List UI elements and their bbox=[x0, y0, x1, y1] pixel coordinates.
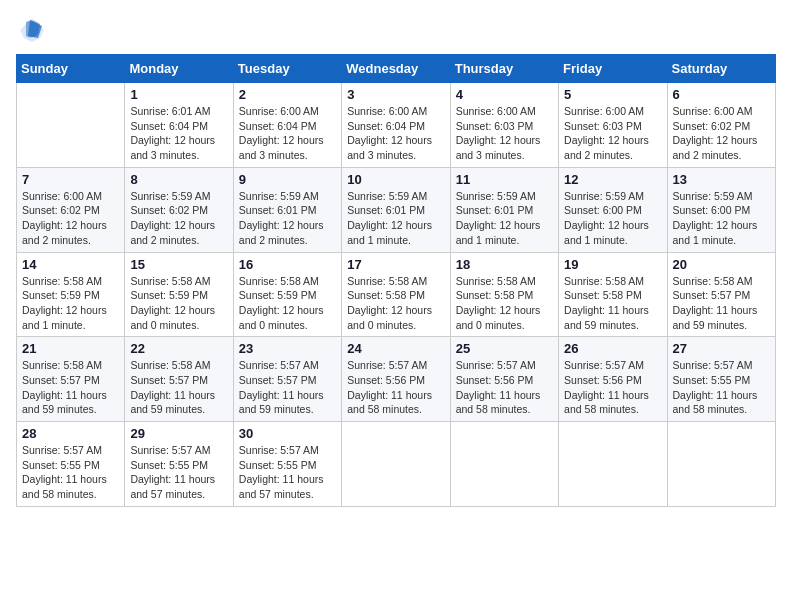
calendar-cell: 16Sunrise: 5:58 AMSunset: 5:59 PMDayligh… bbox=[233, 252, 341, 337]
calendar-cell: 11Sunrise: 5:59 AMSunset: 6:01 PMDayligh… bbox=[450, 167, 558, 252]
day-number: 25 bbox=[456, 341, 553, 356]
day-info: Sunrise: 5:59 AMSunset: 6:00 PMDaylight:… bbox=[673, 189, 770, 248]
calendar-header-thursday: Thursday bbox=[450, 55, 558, 83]
calendar-cell: 22Sunrise: 5:58 AMSunset: 5:57 PMDayligh… bbox=[125, 337, 233, 422]
day-info: Sunrise: 6:00 AMSunset: 6:02 PMDaylight:… bbox=[22, 189, 119, 248]
day-info: Sunrise: 5:58 AMSunset: 5:59 PMDaylight:… bbox=[22, 274, 119, 333]
day-number: 16 bbox=[239, 257, 336, 272]
day-info: Sunrise: 5:58 AMSunset: 5:58 PMDaylight:… bbox=[456, 274, 553, 333]
day-info: Sunrise: 5:59 AMSunset: 6:01 PMDaylight:… bbox=[347, 189, 444, 248]
calendar-cell bbox=[667, 422, 775, 507]
calendar-header-monday: Monday bbox=[125, 55, 233, 83]
day-info: Sunrise: 6:00 AMSunset: 6:02 PMDaylight:… bbox=[673, 104, 770, 163]
day-number: 9 bbox=[239, 172, 336, 187]
day-number: 18 bbox=[456, 257, 553, 272]
calendar-cell: 27Sunrise: 5:57 AMSunset: 5:55 PMDayligh… bbox=[667, 337, 775, 422]
calendar-cell: 26Sunrise: 5:57 AMSunset: 5:56 PMDayligh… bbox=[559, 337, 667, 422]
calendar-cell: 2Sunrise: 6:00 AMSunset: 6:04 PMDaylight… bbox=[233, 83, 341, 168]
calendar-body: 1Sunrise: 6:01 AMSunset: 6:04 PMDaylight… bbox=[17, 83, 776, 507]
day-info: Sunrise: 6:00 AMSunset: 6:04 PMDaylight:… bbox=[347, 104, 444, 163]
day-info: Sunrise: 5:59 AMSunset: 6:02 PMDaylight:… bbox=[130, 189, 227, 248]
calendar-week-0: 1Sunrise: 6:01 AMSunset: 6:04 PMDaylight… bbox=[17, 83, 776, 168]
calendar-header-wednesday: Wednesday bbox=[342, 55, 450, 83]
day-info: Sunrise: 5:57 AMSunset: 5:55 PMDaylight:… bbox=[673, 358, 770, 417]
day-number: 24 bbox=[347, 341, 444, 356]
day-info: Sunrise: 5:57 AMSunset: 5:55 PMDaylight:… bbox=[22, 443, 119, 502]
calendar-cell: 19Sunrise: 5:58 AMSunset: 5:58 PMDayligh… bbox=[559, 252, 667, 337]
calendar-header-row: SundayMondayTuesdayWednesdayThursdayFrid… bbox=[17, 55, 776, 83]
day-info: Sunrise: 5:59 AMSunset: 6:01 PMDaylight:… bbox=[239, 189, 336, 248]
day-number: 28 bbox=[22, 426, 119, 441]
day-info: Sunrise: 6:00 AMSunset: 6:04 PMDaylight:… bbox=[239, 104, 336, 163]
calendar-header-friday: Friday bbox=[559, 55, 667, 83]
day-number: 3 bbox=[347, 87, 444, 102]
day-number: 22 bbox=[130, 341, 227, 356]
calendar-cell: 29Sunrise: 5:57 AMSunset: 5:55 PMDayligh… bbox=[125, 422, 233, 507]
calendar-cell: 3Sunrise: 6:00 AMSunset: 6:04 PMDaylight… bbox=[342, 83, 450, 168]
day-number: 26 bbox=[564, 341, 661, 356]
day-info: Sunrise: 5:58 AMSunset: 5:59 PMDaylight:… bbox=[130, 274, 227, 333]
calendar-cell bbox=[342, 422, 450, 507]
calendar-cell: 28Sunrise: 5:57 AMSunset: 5:55 PMDayligh… bbox=[17, 422, 125, 507]
day-number: 15 bbox=[130, 257, 227, 272]
calendar-cell: 6Sunrise: 6:00 AMSunset: 6:02 PMDaylight… bbox=[667, 83, 775, 168]
day-info: Sunrise: 5:58 AMSunset: 5:58 PMDaylight:… bbox=[564, 274, 661, 333]
calendar-cell: 25Sunrise: 5:57 AMSunset: 5:56 PMDayligh… bbox=[450, 337, 558, 422]
day-number: 20 bbox=[673, 257, 770, 272]
calendar-cell: 15Sunrise: 5:58 AMSunset: 5:59 PMDayligh… bbox=[125, 252, 233, 337]
day-info: Sunrise: 6:00 AMSunset: 6:03 PMDaylight:… bbox=[564, 104, 661, 163]
day-number: 23 bbox=[239, 341, 336, 356]
day-info: Sunrise: 5:58 AMSunset: 5:59 PMDaylight:… bbox=[239, 274, 336, 333]
day-number: 7 bbox=[22, 172, 119, 187]
day-number: 11 bbox=[456, 172, 553, 187]
calendar-cell: 5Sunrise: 6:00 AMSunset: 6:03 PMDaylight… bbox=[559, 83, 667, 168]
calendar-cell: 24Sunrise: 5:57 AMSunset: 5:56 PMDayligh… bbox=[342, 337, 450, 422]
calendar-header-sunday: Sunday bbox=[17, 55, 125, 83]
day-number: 29 bbox=[130, 426, 227, 441]
day-info: Sunrise: 5:59 AMSunset: 6:00 PMDaylight:… bbox=[564, 189, 661, 248]
day-info: Sunrise: 6:00 AMSunset: 6:03 PMDaylight:… bbox=[456, 104, 553, 163]
day-number: 13 bbox=[673, 172, 770, 187]
calendar-week-1: 7Sunrise: 6:00 AMSunset: 6:02 PMDaylight… bbox=[17, 167, 776, 252]
day-info: Sunrise: 5:58 AMSunset: 5:57 PMDaylight:… bbox=[130, 358, 227, 417]
calendar-cell: 9Sunrise: 5:59 AMSunset: 6:01 PMDaylight… bbox=[233, 167, 341, 252]
calendar-cell: 23Sunrise: 5:57 AMSunset: 5:57 PMDayligh… bbox=[233, 337, 341, 422]
calendar-cell: 1Sunrise: 6:01 AMSunset: 6:04 PMDaylight… bbox=[125, 83, 233, 168]
day-info: Sunrise: 5:57 AMSunset: 5:55 PMDaylight:… bbox=[239, 443, 336, 502]
day-number: 4 bbox=[456, 87, 553, 102]
logo bbox=[16, 16, 46, 44]
day-number: 6 bbox=[673, 87, 770, 102]
calendar-cell: 17Sunrise: 5:58 AMSunset: 5:58 PMDayligh… bbox=[342, 252, 450, 337]
day-number: 17 bbox=[347, 257, 444, 272]
page-header bbox=[16, 16, 776, 44]
calendar-cell: 18Sunrise: 5:58 AMSunset: 5:58 PMDayligh… bbox=[450, 252, 558, 337]
day-number: 2 bbox=[239, 87, 336, 102]
calendar-cell bbox=[17, 83, 125, 168]
day-info: Sunrise: 5:57 AMSunset: 5:57 PMDaylight:… bbox=[239, 358, 336, 417]
day-number: 21 bbox=[22, 341, 119, 356]
day-info: Sunrise: 5:57 AMSunset: 5:56 PMDaylight:… bbox=[564, 358, 661, 417]
day-number: 1 bbox=[130, 87, 227, 102]
day-info: Sunrise: 5:57 AMSunset: 5:56 PMDaylight:… bbox=[347, 358, 444, 417]
calendar-cell bbox=[450, 422, 558, 507]
day-info: Sunrise: 5:57 AMSunset: 5:55 PMDaylight:… bbox=[130, 443, 227, 502]
calendar-cell: 4Sunrise: 6:00 AMSunset: 6:03 PMDaylight… bbox=[450, 83, 558, 168]
day-info: Sunrise: 5:57 AMSunset: 5:56 PMDaylight:… bbox=[456, 358, 553, 417]
logo-icon bbox=[18, 16, 46, 44]
calendar-cell: 21Sunrise: 5:58 AMSunset: 5:57 PMDayligh… bbox=[17, 337, 125, 422]
day-number: 5 bbox=[564, 87, 661, 102]
calendar-week-3: 21Sunrise: 5:58 AMSunset: 5:57 PMDayligh… bbox=[17, 337, 776, 422]
calendar-header-tuesday: Tuesday bbox=[233, 55, 341, 83]
day-info: Sunrise: 6:01 AMSunset: 6:04 PMDaylight:… bbox=[130, 104, 227, 163]
day-info: Sunrise: 5:58 AMSunset: 5:57 PMDaylight:… bbox=[673, 274, 770, 333]
day-number: 8 bbox=[130, 172, 227, 187]
day-number: 14 bbox=[22, 257, 119, 272]
day-number: 30 bbox=[239, 426, 336, 441]
calendar-week-4: 28Sunrise: 5:57 AMSunset: 5:55 PMDayligh… bbox=[17, 422, 776, 507]
calendar-cell: 7Sunrise: 6:00 AMSunset: 6:02 PMDaylight… bbox=[17, 167, 125, 252]
calendar-cell: 20Sunrise: 5:58 AMSunset: 5:57 PMDayligh… bbox=[667, 252, 775, 337]
day-info: Sunrise: 5:58 AMSunset: 5:58 PMDaylight:… bbox=[347, 274, 444, 333]
calendar-cell: 13Sunrise: 5:59 AMSunset: 6:00 PMDayligh… bbox=[667, 167, 775, 252]
day-number: 12 bbox=[564, 172, 661, 187]
calendar-cell: 30Sunrise: 5:57 AMSunset: 5:55 PMDayligh… bbox=[233, 422, 341, 507]
